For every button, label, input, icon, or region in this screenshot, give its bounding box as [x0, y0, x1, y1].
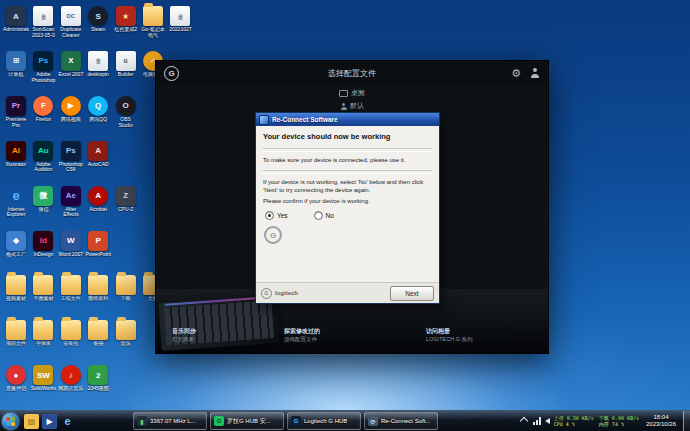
profile-default-label: 默认 [350, 101, 364, 111]
separator [263, 170, 432, 174]
promo-caption: 访问相册LOGITECH G 系列 [426, 327, 472, 343]
desktop-icon-acrobat[interactable]: AAcrobat [85, 186, 111, 213]
desktop-icon-desktopin[interactable]: ≣desktopin [85, 51, 111, 78]
desktop-icon-audition[interactable]: AuAdobe Audition [30, 141, 56, 174]
volume-icon[interactable] [545, 418, 550, 424]
desktop-icon-folder-design[interactable]: 平面素材 [30, 275, 56, 302]
desktop-icon-obs[interactable]: OOBS Studio [113, 96, 139, 129]
taskbar-button-ghub-installer[interactable]: G罗技G HUB 安... [210, 412, 284, 430]
desktop-icon-duplicate-cleaner[interactable]: DCDuplicate Cleaner Pro [58, 6, 84, 39]
radio-yes[interactable]: Yes [265, 211, 288, 220]
obs-icon: O [116, 96, 136, 116]
desktop-icon-2345-viewer[interactable]: 22345看图 [85, 365, 111, 392]
desktop-icon-label: PowerPoint [85, 252, 111, 258]
network-icon[interactable] [533, 417, 541, 425]
desktop-icon-folder-downloads[interactable]: 下载 [113, 275, 139, 302]
desktop-icon-folder-video[interactable]: 视频素材 [3, 275, 29, 302]
desktop-icon-firefox[interactable]: FFirefox [30, 96, 56, 123]
tencent-video-icon: ▶ [61, 96, 81, 116]
logitech-roundel-icon: G [264, 226, 282, 244]
tray-expand-icon[interactable] [520, 417, 528, 425]
desktop-icon-steam[interactable]: SSteam [85, 6, 111, 33]
desktop-icon-label: 腾讯视频 [58, 117, 84, 123]
desktop-icon-label: 计算机 [3, 72, 29, 78]
red-alert-icon: ★ [116, 6, 136, 26]
next-button[interactable]: Next [390, 286, 434, 301]
desktop-icon-label: 字体库 [30, 341, 56, 347]
taskbar-button-label: 3367.07 MHz L... [150, 418, 196, 424]
radio-button-icon[interactable] [265, 211, 274, 220]
desktop-icon-cpu-z[interactable]: ZCPU-Z [113, 186, 139, 213]
desktop-icon-folder-backup[interactable]: 备份 [85, 320, 111, 347]
taskbar-pinned-explorer[interactable]: ▤ [24, 414, 39, 429]
folder-drawings-icon [88, 275, 108, 295]
dialog-titlebar[interactable]: Re-Connect Software [256, 113, 439, 126]
desktop-icon-label: 备份 [85, 341, 111, 347]
taskbar-pinned-ie-browser[interactable]: e [60, 414, 75, 429]
desktop-icon-label: Builder [113, 72, 139, 78]
desktop-icon-folder-music[interactable]: 音乐 [113, 320, 139, 347]
desktop-icon-excel[interactable]: XExcel 2007 [58, 51, 84, 78]
start-button[interactable] [2, 413, 19, 430]
word-icon: W [61, 231, 81, 251]
desktop-icon-label: 直播伴侣 [3, 386, 29, 392]
ghub-titlebar[interactable]: G 选择配置文件 ⚙ [156, 61, 548, 85]
profile-group[interactable]: 桌面 [339, 88, 365, 98]
desktop-icon-powerpoint[interactable]: PPowerPoint [85, 231, 111, 258]
taskbar-button-cpu-monitor[interactable]: ▮3367.07 MHz L... [133, 412, 207, 430]
profile-default[interactable]: 默认 [340, 101, 364, 111]
after-effects-icon: Ae [61, 186, 81, 206]
desktop-icon-label: 项目文件 [3, 341, 29, 347]
desktop-icon-live-helper[interactable]: ●直播伴侣 [3, 365, 29, 392]
desktop-icon-autocad[interactable]: AAutoCAD [85, 141, 111, 168]
desktop-icon-illustrator[interactable]: AiIllustrator [3, 141, 29, 168]
desktop-icon-label: Steam [85, 27, 111, 33]
desktop-icon-folder-projects[interactable]: 工程文件 [58, 275, 84, 302]
taskbar-button-ghub[interactable]: GLogitech G HUB [287, 412, 361, 430]
desktop-icon-computer[interactable]: ⊞计算机 [3, 51, 29, 78]
cpu-usage: CPU 4 % [554, 421, 594, 428]
taskbar-button-reconnect[interactable]: ⟳Re-Connect Soft... [364, 412, 438, 430]
settings-gear-icon[interactable]: ⚙ [511, 68, 521, 79]
ghub-installer-icon: G [214, 416, 224, 426]
desktop-icon-format-factory[interactable]: ◆格式工厂 [3, 231, 29, 258]
taskbar-pinned-media-player[interactable]: ▶ [42, 414, 57, 429]
dialog-paragraph-3: Please confirm if your device is working… [263, 198, 432, 206]
radio-label: No [326, 212, 334, 219]
desktop-icon-builder[interactable]: BBuilder [113, 51, 139, 78]
radio-no[interactable]: No [314, 211, 334, 220]
desktop-icon-netease-music[interactable]: ♪网易云音乐 [58, 365, 84, 392]
desktop-icon-after-effects[interactable]: AeAfter Effects [58, 186, 84, 219]
radio-button-icon[interactable] [314, 211, 323, 220]
desktop-icon-sumscan[interactable]: ≣SumScan 2023-05-0 [30, 6, 56, 39]
desktop-icon-photoshop-cs6[interactable]: PsPhotoshop CS6 [58, 141, 84, 174]
desktop-icon-solidworks[interactable]: SWSolidWorks [30, 365, 56, 392]
desktop-icon-go-notebook[interactable]: Go-笔记本电气 [140, 6, 166, 39]
sumscan-icon: ≣ [33, 6, 53, 26]
desktop-icon-administrator[interactable]: AAdministrator [3, 6, 29, 33]
desktop-icon-wechat[interactable]: 微微信 [30, 186, 56, 213]
desktop-icon-photoshop[interactable]: PsAdobe Photoshop [30, 51, 56, 84]
desktop-icon-ie[interactable]: eInternet Explorer [3, 186, 29, 219]
user-account-icon[interactable] [530, 68, 540, 78]
go-notebook-icon [143, 6, 163, 26]
folder-proj2-icon [6, 320, 26, 340]
desktop-icon-qq[interactable]: Q腾讯QQ [85, 96, 111, 123]
folder-video-icon [6, 275, 26, 295]
desktop-icon-tencent-video[interactable]: ▶腾讯视频 [58, 96, 84, 123]
desktop-icon-word[interactable]: WWord 2007 [58, 231, 84, 258]
desktop-icon-red-alert[interactable]: ★红色警戒2 [113, 6, 139, 33]
desktop-icon-folder-fonts[interactable]: 字体库 [30, 320, 56, 347]
dialog-title: Re-Connect Software [272, 116, 338, 123]
dialog-paragraph-1: To make sure your device is connected, p… [263, 157, 432, 165]
desktop-icon-folder-proj2[interactable]: 项目文件 [3, 320, 29, 347]
desktop-icon-premiere[interactable]: PrPremiere Pro [3, 96, 29, 129]
desktop-icon-folder-setup[interactable]: 安装包 [58, 320, 84, 347]
desktop-icon-folder-drawings[interactable]: 图纸资料 [85, 275, 111, 302]
taskbar-clock[interactable]: 18:04 2023/10/26 [643, 414, 679, 428]
desktop-icon-indesign[interactable]: IdInDesign [30, 231, 56, 258]
reconnect-dialog: Re-Connect Software Your device should n… [255, 112, 440, 304]
audition-icon: Au [33, 141, 53, 161]
desktop-icon-folder-20221027[interactable]: ≣20221027 [167, 6, 193, 33]
show-desktop-button[interactable] [683, 411, 690, 431]
